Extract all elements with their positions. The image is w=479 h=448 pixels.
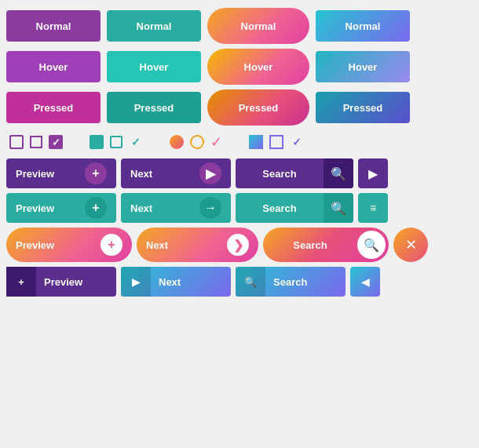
arrow-icon: ▶ (368, 166, 378, 181)
arrow-icon-bottom-gradient: ▶ (121, 267, 151, 297)
checkbox-outline-purple[interactable] (30, 136, 42, 148)
checkmark-orange[interactable]: ✓ (210, 133, 222, 151)
circle-outline-orange[interactable] (190, 135, 204, 149)
hover-button-gradient[interactable]: Hover (207, 49, 309, 85)
checkbox-group-gradient: ✓ (249, 135, 304, 149)
search-icon-teal: 🔍 (324, 193, 353, 223)
arrow-right-icon-teal: → (199, 197, 221, 219)
next-button-teal[interactable]: Next → (121, 193, 231, 223)
search-button-gradient[interactable]: Search 🔍 (263, 228, 389, 262)
search-icon-bottom: 🔍 (236, 267, 265, 297)
plus-icon: + (85, 162, 107, 184)
normal-button-teal[interactable]: Normal (107, 10, 201, 42)
pressed-button-gradient[interactable]: Pressed (207, 89, 309, 126)
plus-icon-teal: + (85, 197, 107, 219)
next-label: Next (130, 168, 152, 180)
preview-label-gradient: Preview (16, 239, 54, 251)
checkbox-checked-teal[interactable]: ✓ (129, 135, 143, 149)
arrow-right-bottom[interactable]: ◀ (350, 267, 380, 297)
checkbox-group-orange: ✓ (170, 133, 222, 151)
menu-icon: ≡ (370, 202, 376, 214)
checkbox-outline-gradient[interactable] (269, 135, 283, 149)
search-button-purple[interactable]: Search 🔍 (236, 158, 353, 188)
normal-button-gradient[interactable]: Normal (207, 8, 309, 44)
search-bottom-gradient[interactable]: 🔍 Search (236, 267, 346, 297)
search-button-teal[interactable]: Search 🔍 (236, 193, 353, 223)
search-label: Search (236, 168, 324, 180)
next-button-gradient[interactable]: Next ❯ (137, 228, 258, 262)
checkbox-checked-gradient[interactable]: ✓ (290, 135, 304, 149)
hover-button-teal[interactable]: Hover (107, 51, 201, 82)
search-label-teal: Search (236, 202, 324, 214)
menu-button-teal[interactable]: ≡ (358, 193, 388, 223)
arrow-icon-gradient: ❯ (227, 234, 249, 256)
next-bottom-gradient[interactable]: ▶ Next (121, 267, 231, 297)
hover-button-purple[interactable]: Hover (6, 51, 101, 82)
pressed-button-purple[interactable]: Pressed (6, 92, 101, 123)
close-button-gradient[interactable]: ✕ (393, 228, 428, 262)
pressed-button-teal[interactable]: Pressed (107, 92, 201, 123)
arrow-left-icon: ◀ (361, 275, 370, 288)
search-icon: 🔍 (324, 158, 353, 188)
normal-button-grad-teal[interactable]: Normal (316, 10, 410, 42)
search-icon-gradient: 🔍 (357, 231, 386, 259)
plus-icon-bottom-purple: + (6, 267, 36, 297)
checkbox-group-teal: ✓ (90, 135, 143, 149)
next-button-purple[interactable]: Next ▶ (121, 158, 231, 188)
preview-label-teal: Preview (16, 202, 54, 214)
plus-icon-gradient: + (101, 234, 122, 256)
arrow-only-purple[interactable]: ▶ (358, 158, 388, 188)
checkbox-outline-teal[interactable] (110, 136, 122, 148)
circle-filled-orange[interactable] (170, 135, 184, 149)
checkbox-filled-teal[interactable] (90, 135, 104, 149)
checkbox-empty-purple[interactable] (9, 135, 24, 149)
arrow-right-icon: ▶ (199, 162, 221, 184)
next-text-bottom: Next (151, 276, 188, 288)
preview-button-purple[interactable]: Preview + (6, 158, 116, 188)
search-label-gradient: Search (263, 239, 357, 251)
checkbox-checked-purple[interactable]: ✓ (49, 135, 63, 149)
next-label-teal: Next (130, 202, 152, 214)
preview-label: Preview (16, 168, 54, 180)
preview-button-gradient[interactable]: Preview + (6, 228, 132, 262)
checkbox-filled-gradient[interactable] (249, 135, 263, 149)
checkbox-group-purple: ✓ (9, 135, 63, 149)
next-label-gradient: Next (146, 239, 168, 251)
hover-button-grad-teal[interactable]: Hover (316, 51, 410, 82)
pressed-button-grad-teal[interactable]: Pressed (316, 92, 410, 123)
search-text-bottom: Search (265, 276, 315, 288)
normal-button-purple[interactable]: Normal (6, 10, 101, 42)
preview-text-bottom: Preview (36, 276, 90, 288)
preview-button-teal[interactable]: Preview + (6, 193, 116, 223)
preview-bottom-purple[interactable]: + Preview (6, 267, 116, 297)
close-icon: ✕ (405, 236, 417, 253)
